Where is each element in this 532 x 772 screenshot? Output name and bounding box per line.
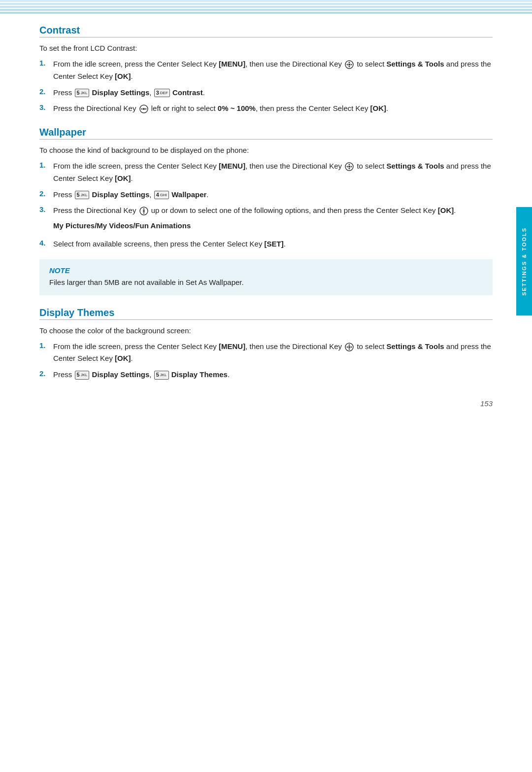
directional-key-icon xyxy=(345,343,354,351)
step-number: 2. xyxy=(39,369,53,378)
directional-key-icon xyxy=(345,60,354,69)
directional-key-lr-icon xyxy=(139,105,148,113)
directional-key-icon xyxy=(345,162,354,171)
directional-key-ud-icon xyxy=(139,207,148,215)
svg-marker-14 xyxy=(351,166,352,168)
step-number: 1. xyxy=(39,341,53,350)
display-themes-intro: To choose the color of the background sc… xyxy=(39,325,493,337)
svg-marker-3 xyxy=(346,64,348,66)
wallpaper-step-3: 3. Press the Directional Key up or down … xyxy=(39,205,493,234)
display-themes-heading: Display Themes xyxy=(39,307,493,318)
step-content: From the idle screen, press the Center S… xyxy=(53,160,493,185)
contrast-heading: Contrast xyxy=(39,25,493,36)
svg-marker-8 xyxy=(145,108,147,110)
svg-point-25 xyxy=(348,346,350,348)
wallpaper-intro: To choose the kind of background to be d… xyxy=(39,144,493,156)
section-display-themes: Display Themes To choose the color of th… xyxy=(39,307,493,381)
step-number: 2. xyxy=(39,87,53,96)
step-number: 3. xyxy=(39,205,53,213)
svg-marker-23 xyxy=(346,346,348,348)
wallpaper-divider xyxy=(39,139,493,140)
key-3def: 3DEF xyxy=(154,89,170,97)
svg-marker-24 xyxy=(351,346,352,348)
svg-marker-17 xyxy=(143,208,145,210)
step-content: Press the Directional Key left or right … xyxy=(53,103,493,115)
step-content: From the idle screen, press the Center S… xyxy=(53,341,493,365)
svg-marker-1 xyxy=(348,62,350,63)
svg-marker-4 xyxy=(351,64,352,66)
display-themes-step-2: 2. Press 5JKL Display Settings, 5JKL Dis… xyxy=(39,369,493,381)
section-contrast: Contrast To set the front LCD Contrast: … xyxy=(39,25,493,115)
svg-marker-13 xyxy=(346,166,348,168)
contrast-step-3: 3. Press the Directional Key left or rig… xyxy=(39,103,493,115)
step-content: Press 5JKL Display Settings, 4GHI Wallpa… xyxy=(53,189,493,201)
svg-marker-18 xyxy=(143,212,145,214)
svg-point-9 xyxy=(143,108,145,110)
step-content: Press 5JKL Display Settings, 3DEF Contra… xyxy=(53,87,493,99)
page-number: 153 xyxy=(480,399,493,408)
step-content: From the idle screen, press the Center S… xyxy=(53,58,493,83)
svg-point-19 xyxy=(143,210,145,212)
key-4ghi: 4GHI xyxy=(154,191,169,199)
step-number: 1. xyxy=(39,161,53,169)
wallpaper-step-4: 4. Select from available screens, then p… xyxy=(39,238,493,250)
contrast-divider xyxy=(39,37,493,37)
key-5jkl: 5JKL xyxy=(75,89,90,97)
section-wallpaper: Wallpaper To choose the kind of backgrou… xyxy=(39,127,493,295)
step-number: 3. xyxy=(39,103,53,111)
step-content: Press 5JKL Display Settings, 5JKL Displa… xyxy=(53,369,493,381)
note-content: Files larger than 5MB are not available … xyxy=(49,277,483,288)
contrast-step-1: 1. From the idle screen, press the Cente… xyxy=(39,58,493,83)
svg-point-5 xyxy=(348,64,350,66)
svg-marker-12 xyxy=(348,168,350,170)
contrast-step-2: 2. Press 5JKL Display Settings, 3DEF Con… xyxy=(39,87,493,99)
key-5jkl-b: 5JKL xyxy=(154,371,169,379)
wallpaper-heading: Wallpaper xyxy=(39,127,493,138)
note-box: NOTE Files larger than 5MB are not avail… xyxy=(39,259,493,295)
note-title: NOTE xyxy=(49,266,483,275)
svg-marker-21 xyxy=(348,344,350,346)
display-themes-divider xyxy=(39,319,493,320)
key-5jkl-a: 5JKL xyxy=(75,371,90,379)
key-5jkl: 5JKL xyxy=(75,191,90,199)
svg-marker-2 xyxy=(348,66,350,68)
page-content: Contrast To set the front LCD Contrast: … xyxy=(0,0,532,422)
step-number: 2. xyxy=(39,189,53,198)
step-content: Select from available screens, then pres… xyxy=(53,238,493,250)
svg-marker-7 xyxy=(141,108,142,110)
wallpaper-step-2: 2. Press 5JKL Display Settings, 4GHI Wal… xyxy=(39,189,493,201)
display-themes-step-1: 1. From the idle screen, press the Cente… xyxy=(39,341,493,365)
step-number: 1. xyxy=(39,59,53,67)
step-content: Press the Directional Key up or down to … xyxy=(53,205,493,234)
sub-heading-mypictures: My Pictures/My Videos/Fun Animations xyxy=(53,220,493,232)
svg-point-15 xyxy=(348,166,350,168)
wallpaper-step-1: 1. From the idle screen, press the Cente… xyxy=(39,160,493,185)
svg-marker-11 xyxy=(348,164,350,165)
svg-marker-22 xyxy=(348,349,350,350)
contrast-intro: To set the front LCD Contrast: xyxy=(39,42,493,54)
step-number: 4. xyxy=(39,239,53,247)
